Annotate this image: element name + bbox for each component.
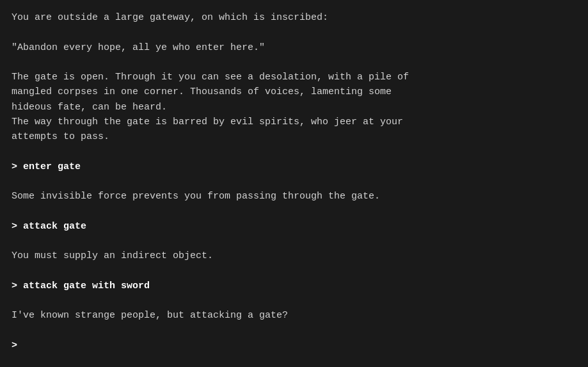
- blank-line: [12, 234, 576, 249]
- response-line: hideous fate, can be heard.: [12, 100, 576, 115]
- response-line: I've known strange people, but attacking…: [12, 308, 576, 323]
- blank-line: [12, 144, 576, 159]
- blank-line: [12, 323, 576, 338]
- response-line: mangled corpses in one corner. Thousands…: [12, 85, 576, 99]
- command-line: > attack gate: [12, 219, 576, 234]
- response-line: You are outside a large gateway, on whic…: [12, 10, 576, 25]
- blank-line: [12, 204, 576, 218]
- command-line: >: [12, 338, 576, 353]
- blank-line: [12, 263, 576, 278]
- command-line: > enter gate: [12, 159, 576, 174]
- blank-line: [12, 293, 576, 308]
- response-line: Some invisible force prevents you from p…: [12, 189, 576, 204]
- blank-line: [12, 25, 576, 40]
- response-line: attempts to pass.: [12, 129, 576, 144]
- response-line: The way through the gate is barred by ev…: [12, 115, 576, 129]
- response-line: The gate is open. Through it you can see…: [12, 70, 576, 85]
- blank-line: [12, 55, 576, 70]
- terminal-window[interactable]: You are outside a large gateway, on whic…: [0, 0, 588, 367]
- command-line: > attack gate with sword: [12, 279, 576, 293]
- response-line: You must supply an indirect object.: [12, 249, 576, 263]
- blank-line: [12, 174, 576, 189]
- response-line: "Abandon every hope, all ye who enter he…: [12, 40, 576, 55]
